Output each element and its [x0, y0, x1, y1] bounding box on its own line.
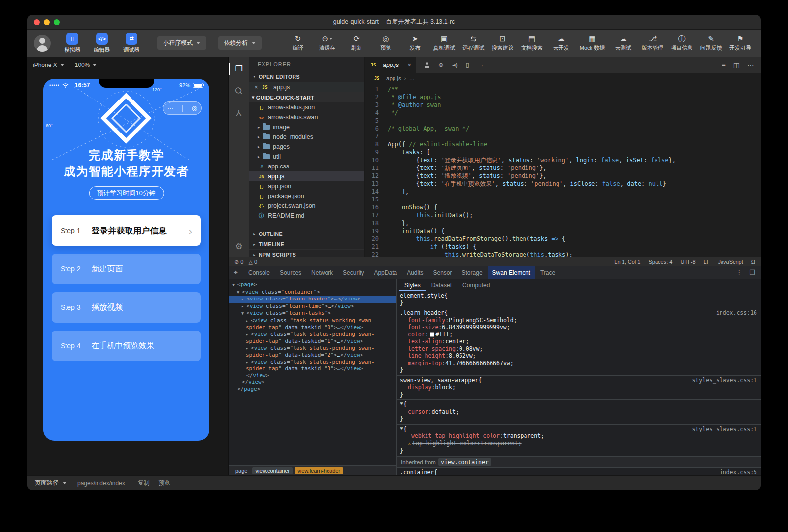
dom-node[interactable]: ▸<view class="task status-pending swan-s… — [229, 359, 396, 372]
dom-crumb-view-container[interactable]: view.container — [252, 467, 293, 474]
bell-icon[interactable]: Ω — [751, 259, 755, 265]
dom-node[interactable]: ▸<view class="task status-pending swan-s… — [229, 345, 396, 359]
zoom-select[interactable]: 100% — [75, 62, 97, 68]
dom-node[interactable]: ▸<view class="task status-pending swan-s… — [229, 331, 396, 345]
version-control-button[interactable]: ⎇版本管理 — [642, 34, 663, 52]
dom-node[interactable]: ▸<view class="learn-time">…</view> — [229, 303, 396, 310]
status-spaces[interactable]: Spaces: 4 — [648, 259, 672, 265]
file-item-app.json[interactable]: {}app.json — [249, 181, 364, 191]
step-card-4[interactable]: Step 4在手机中预览效果 — [52, 331, 201, 361]
devtools-tab-appdata[interactable]: AppData — [369, 266, 402, 279]
file-item-util[interactable]: ▸util — [249, 152, 364, 162]
section-timeline[interactable]: ▸TIMELINE — [249, 239, 364, 249]
step-card-1[interactable]: Step 1登录并获取用户信息› — [52, 215, 201, 246]
css-property[interactable]: text-align:center; — [400, 338, 761, 345]
problems-errors[interactable]: ⊘ 0 — [234, 259, 243, 265]
mode-button-editor[interactable]: </>编辑器 — [89, 33, 115, 54]
section-outline[interactable]: ▸OUTLINE — [249, 229, 364, 239]
doc-search-button[interactable]: ▤文档搜索 — [521, 34, 543, 52]
devtools-tab-sources[interactable]: Sources — [275, 266, 306, 279]
clear-cache-button[interactable]: ⊖清缓存 — [316, 34, 338, 52]
status-javascript[interactable]: JavaScript — [718, 259, 743, 265]
dom-node[interactable]: ▼<view class="container"> — [229, 289, 396, 296]
devtools-tab-sensor[interactable]: Sensor — [428, 266, 457, 279]
css-property[interactable]: font-family:PingFangSC-Semibold; — [400, 317, 761, 324]
status-lf[interactable]: LF — [704, 259, 710, 265]
status-utf-8[interactable]: UTF-8 — [680, 259, 695, 265]
devtools-tab-trace[interactable]: Trace — [535, 266, 560, 279]
path-action-复制[interactable]: 复制 — [138, 479, 150, 487]
expand-arrow-icon[interactable]: ▸ — [246, 359, 251, 366]
minimize-window-button[interactable] — [44, 19, 50, 25]
popout-arrow-icon[interactable]: → — [478, 61, 484, 68]
css-property[interactable]: line-height:8.052vw; — [400, 352, 761, 360]
more-menu-icon[interactable]: ⋯ — [167, 104, 174, 112]
rule-selector[interactable]: element.style — [400, 292, 444, 299]
problems-warnings[interactable]: △ 0 — [248, 259, 257, 265]
rule-selector[interactable]: * — [400, 401, 403, 408]
layout-icon[interactable]: ≡ — [722, 61, 726, 69]
rule-selector[interactable]: * — [400, 426, 403, 433]
css-property[interactable]: cursor:default; — [400, 408, 761, 416]
expand-arrow-icon[interactable]: ▼ — [237, 289, 242, 296]
maximize-window-button[interactable] — [54, 19, 60, 25]
expand-arrow-icon[interactable]: ▸ — [241, 303, 246, 310]
open-editors-section[interactable]: ▾ OPEN EDITORS — [249, 71, 364, 82]
file-item-arrow-status.json[interactable]: {}arrow-status.json — [249, 102, 364, 112]
file-item-arrow-status.swan[interactable]: <>arrow-status.swan — [249, 112, 364, 122]
dropdown-dependency-analysis[interactable]: 依赖分析 — [218, 36, 262, 50]
devtools-tab-storage[interactable]: Storage — [457, 266, 488, 279]
file-item-README.md[interactable]: ⓘREADME.md — [249, 211, 364, 221]
dom-node[interactable]: </view> — [229, 379, 396, 386]
rule-selector[interactable]: swan-view, swan-wrapper — [400, 377, 478, 384]
mode-button-simulator[interactable]: ▯模拟器 — [60, 33, 85, 54]
compass-icon[interactable]: ⊕ — [438, 61, 444, 68]
breadcrumb[interactable]: JS app.js › … — [365, 73, 761, 84]
project-root-folder[interactable]: ▾ GUIDE-QUICK-START — [249, 92, 364, 102]
styles-tab-styles[interactable]: Styles — [399, 279, 426, 291]
devtools-tab-audits[interactable]: Audits — [402, 266, 428, 279]
dev-guide-button[interactable]: ⚑开发引导 — [729, 34, 751, 52]
dom-node[interactable]: </view> — [229, 372, 396, 379]
device-select[interactable]: iPhone X — [33, 62, 64, 68]
feedback-button[interactable]: ✎问题反馈 — [700, 34, 722, 52]
step-card-3[interactable]: Step 3播放视频 — [52, 292, 201, 323]
rule-selector[interactable]: .learn-header — [400, 309, 444, 317]
css-property[interactable]: ⚠tap-highlight-color:transparent; — [400, 440, 761, 448]
dom-node[interactable]: ▸<view class="learn-header">…</view> — [229, 296, 396, 303]
search-icon[interactable]: Ϙ — [229, 86, 249, 96]
search-suggest-button[interactable]: ⊡搜索建议 — [492, 34, 514, 52]
dom-node[interactable]: </page> — [229, 386, 396, 393]
more-actions-icon[interactable]: ⋯ — [747, 61, 754, 69]
file-item-pages[interactable]: ▸pages — [249, 142, 364, 152]
stylesheet-link[interactable]: styles_slaves.css:1 — [692, 426, 761, 433]
rule-selector[interactable]: .container — [400, 469, 434, 475]
devtools-tab-network[interactable]: Network — [306, 266, 338, 279]
expand-arrow-icon[interactable]: ▸ — [241, 296, 246, 303]
file-item-app.js[interactable]: JSapp.js — [249, 171, 364, 181]
devtools-tab-security[interactable]: Security — [338, 266, 369, 279]
step-card-2[interactable]: Step 2新建页面 — [52, 254, 201, 284]
expand-arrow-icon[interactable]: ▸ — [246, 345, 251, 352]
code-area[interactable]: 1/**2 * @file app.js3 * @author swan4 */… — [365, 84, 761, 257]
dom-node[interactable]: ▼<page> — [229, 281, 396, 289]
dom-node[interactable]: ▼<view class="learn-tasks"> — [229, 310, 396, 317]
file-item-package.json[interactable]: {}package.json — [249, 191, 364, 201]
devtools-tab-swan-element[interactable]: Swan Element — [488, 266, 535, 279]
publish-button[interactable]: ➤发布 — [404, 34, 426, 52]
close-icon[interactable]: × — [253, 84, 259, 91]
source-control-icon[interactable]: Y — [229, 107, 249, 117]
split-editor-icon[interactable]: ◫ — [733, 61, 740, 69]
section-npm-scripts[interactable]: ▸NPM SCRIPTS — [249, 249, 364, 257]
speaker-icon[interactable]: ◂) — [452, 61, 458, 68]
css-property[interactable]: color:#fff; — [400, 331, 761, 338]
more-vertical-icon[interactable]: ⋮ — [736, 269, 742, 276]
close-window-button[interactable] — [34, 19, 40, 25]
tab-app-js[interactable]: JS app.js × — [365, 57, 416, 73]
dock-icon[interactable]: ❐ — [749, 269, 755, 276]
dom-crumb-page[interactable]: page — [232, 467, 250, 474]
css-property[interactable]: letter-spacing:0.08vw; — [400, 345, 761, 353]
expand-arrow-icon[interactable]: ▸ — [246, 318, 251, 325]
devtools-tab-console[interactable]: Console — [243, 266, 275, 279]
close-circle-icon[interactable]: ◎ — [192, 104, 197, 112]
